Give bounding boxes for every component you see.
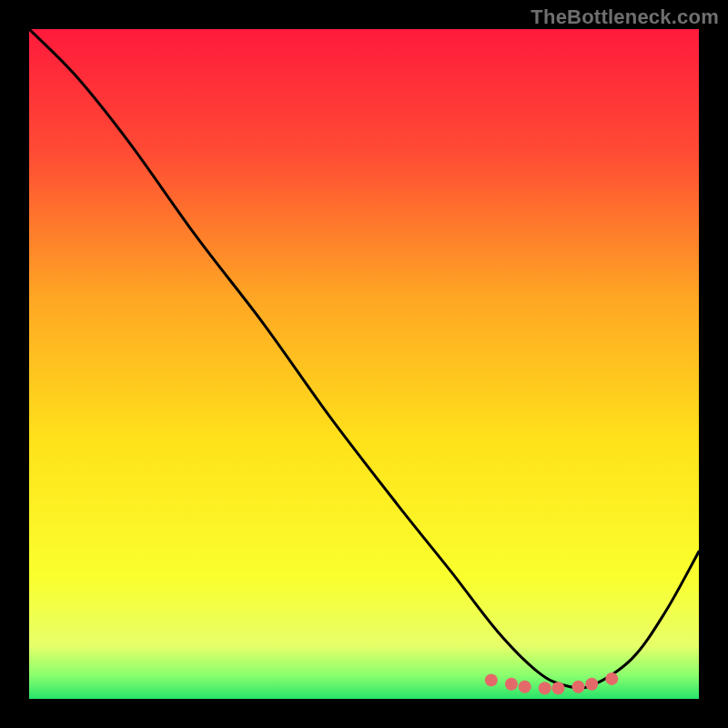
trough-marker bbox=[585, 678, 598, 691]
trough-marker bbox=[505, 678, 518, 691]
trough-marker bbox=[539, 682, 551, 694]
chart-svg bbox=[29, 29, 699, 699]
chart-frame: TheBottleneck.com bbox=[0, 0, 728, 728]
trough-marker bbox=[572, 681, 585, 693]
trough-marker bbox=[485, 673, 498, 686]
chart-plot bbox=[29, 29, 699, 699]
gradient-background bbox=[29, 29, 699, 699]
trough-marker bbox=[551, 682, 564, 694]
watermark-text: TheBottleneck.com bbox=[531, 5, 719, 29]
trough-marker bbox=[605, 672, 618, 685]
trough-marker bbox=[519, 681, 531, 693]
